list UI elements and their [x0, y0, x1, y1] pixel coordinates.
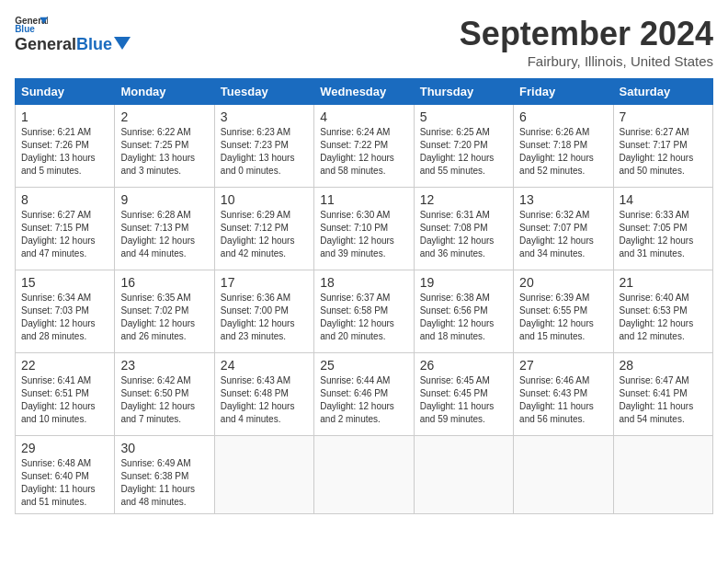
day-info: Sunrise: 6:32 AMSunset: 7:07 PMDaylight:…: [519, 209, 607, 260]
day-number: 17: [221, 275, 308, 290]
svg-marker-3: [114, 37, 131, 50]
calendar-cell: 11Sunrise: 6:30 AMSunset: 7:10 PMDayligh…: [314, 188, 414, 270]
day-number: 6: [519, 109, 607, 124]
day-info: Sunrise: 6:42 AMSunset: 6:50 PMDaylight:…: [120, 374, 208, 426]
calendar-week-4: 22Sunrise: 6:41 AMSunset: 6:51 PMDayligh…: [16, 353, 713, 436]
day-info: Sunrise: 6:37 AMSunset: 6:58 PMDaylight:…: [320, 292, 407, 343]
day-info: Sunrise: 6:38 AMSunset: 6:56 PMDaylight:…: [420, 292, 507, 343]
calendar-cell: 1Sunrise: 6:21 AMSunset: 7:26 PMDaylight…: [16, 105, 115, 188]
calendar-week-2: 8Sunrise: 6:27 AMSunset: 7:15 PMDaylight…: [16, 188, 713, 270]
day-info: Sunrise: 6:23 AMSunset: 7:23 PMDaylight:…: [221, 126, 308, 178]
day-info: Sunrise: 6:27 AMSunset: 7:15 PMDaylight:…: [21, 209, 108, 260]
calendar-cell: 14Sunrise: 6:33 AMSunset: 7:05 PMDayligh…: [613, 188, 712, 270]
calendar-cell: 9Sunrise: 6:28 AMSunset: 7:13 PMDaylight…: [115, 188, 214, 270]
day-number: 18: [320, 275, 407, 290]
day-number: 21: [620, 275, 707, 290]
day-info: Sunrise: 6:39 AMSunset: 6:55 PMDaylight:…: [519, 292, 607, 343]
day-info: Sunrise: 6:43 AMSunset: 6:48 PMDaylight:…: [221, 374, 308, 426]
day-info: Sunrise: 6:48 AMSunset: 6:40 PMDaylight:…: [21, 457, 108, 509]
calendar-table: Sunday Monday Tuesday Wednesday Thursday…: [15, 78, 713, 514]
calendar-cell: 13Sunrise: 6:32 AMSunset: 7:07 PMDayligh…: [514, 188, 613, 270]
col-monday: Monday: [115, 79, 214, 105]
day-info: Sunrise: 6:25 AMSunset: 7:20 PMDaylight:…: [420, 126, 507, 178]
calendar-cell: 30Sunrise: 6:49 AMSunset: 6:38 PMDayligh…: [115, 436, 214, 514]
day-number: 19: [420, 275, 507, 290]
calendar-cell: 29Sunrise: 6:48 AMSunset: 6:40 PMDayligh…: [16, 436, 115, 514]
day-info: Sunrise: 6:21 AMSunset: 7:26 PMDaylight:…: [21, 126, 108, 178]
day-info: Sunrise: 6:28 AMSunset: 7:13 PMDaylight:…: [120, 209, 208, 260]
day-info: Sunrise: 6:33 AMSunset: 7:05 PMDaylight:…: [620, 209, 707, 260]
day-info: Sunrise: 6:40 AMSunset: 6:53 PMDaylight:…: [620, 292, 707, 343]
day-info: Sunrise: 6:24 AMSunset: 7:22 PMDaylight:…: [320, 126, 407, 178]
calendar-cell: 15Sunrise: 6:34 AMSunset: 7:03 PMDayligh…: [16, 270, 115, 353]
day-number: 2: [120, 109, 208, 124]
page-header: General Blue General Blue September 2024…: [15, 15, 713, 69]
day-number: 29: [21, 441, 108, 455]
calendar-cell: 6Sunrise: 6:26 AMSunset: 7:18 PMDaylight…: [514, 105, 613, 188]
calendar-week-5: 29Sunrise: 6:48 AMSunset: 6:40 PMDayligh…: [16, 436, 713, 514]
day-number: 9: [120, 192, 208, 207]
day-info: Sunrise: 6:30 AMSunset: 7:10 PMDaylight:…: [320, 209, 407, 260]
logo-text-blue: Blue: [76, 35, 112, 54]
day-info: Sunrise: 6:46 AMSunset: 6:43 PMDaylight:…: [519, 374, 607, 426]
logo-icon: General Blue: [15, 15, 48, 33]
day-number: 25: [320, 358, 407, 373]
calendar-cell: 21Sunrise: 6:40 AMSunset: 6:53 PMDayligh…: [613, 270, 712, 353]
col-tuesday: Tuesday: [214, 79, 313, 105]
calendar-cell: 26Sunrise: 6:45 AMSunset: 6:45 PMDayligh…: [414, 353, 513, 436]
day-number: 26: [420, 358, 507, 373]
calendar-cell: 10Sunrise: 6:29 AMSunset: 7:12 PMDayligh…: [214, 188, 313, 270]
calendar-cell: 7Sunrise: 6:27 AMSunset: 7:17 PMDaylight…: [613, 105, 712, 188]
calendar-cell: 20Sunrise: 6:39 AMSunset: 6:55 PMDayligh…: [514, 270, 613, 353]
day-number: 20: [519, 275, 607, 290]
day-number: 30: [120, 441, 208, 455]
calendar-cell: 8Sunrise: 6:27 AMSunset: 7:15 PMDaylight…: [16, 188, 115, 270]
title-block: September 2024 Fairbury, Illinois, Unite…: [460, 15, 713, 69]
day-number: 3: [221, 109, 308, 124]
day-number: 22: [21, 358, 108, 373]
calendar-cell: [214, 436, 313, 514]
logo: General Blue General Blue: [15, 15, 131, 54]
day-info: Sunrise: 6:26 AMSunset: 7:18 PMDaylight:…: [519, 126, 607, 178]
calendar-cell: 28Sunrise: 6:47 AMSunset: 6:41 PMDayligh…: [613, 353, 712, 436]
calendar-week-3: 15Sunrise: 6:34 AMSunset: 7:03 PMDayligh…: [16, 270, 713, 353]
day-number: 8: [21, 192, 108, 207]
calendar-cell: 12Sunrise: 6:31 AMSunset: 7:08 PMDayligh…: [414, 188, 513, 270]
calendar-cell: 3Sunrise: 6:23 AMSunset: 7:23 PMDaylight…: [214, 105, 313, 188]
day-info: Sunrise: 6:35 AMSunset: 7:02 PMDaylight:…: [120, 292, 208, 343]
day-number: 7: [620, 109, 707, 124]
calendar-cell: 2Sunrise: 6:22 AMSunset: 7:25 PMDaylight…: [115, 105, 214, 188]
day-number: 1: [21, 109, 108, 124]
location: Fairbury, Illinois, United States: [460, 53, 713, 69]
calendar-cell: 18Sunrise: 6:37 AMSunset: 6:58 PMDayligh…: [314, 270, 414, 353]
day-number: 13: [519, 192, 607, 207]
month-title: September 2024: [460, 15, 713, 53]
calendar-cell: 5Sunrise: 6:25 AMSunset: 7:20 PMDaylight…: [414, 105, 513, 188]
day-number: 5: [420, 109, 507, 124]
col-friday: Friday: [514, 79, 613, 105]
col-sunday: Sunday: [16, 79, 115, 105]
day-info: Sunrise: 6:45 AMSunset: 6:45 PMDaylight:…: [420, 374, 507, 426]
col-thursday: Thursday: [414, 79, 513, 105]
calendar-cell: 24Sunrise: 6:43 AMSunset: 6:48 PMDayligh…: [214, 353, 313, 436]
calendar-cell: 17Sunrise: 6:36 AMSunset: 7:00 PMDayligh…: [214, 270, 313, 353]
col-wednesday: Wednesday: [314, 79, 414, 105]
day-info: Sunrise: 6:44 AMSunset: 6:46 PMDaylight:…: [320, 374, 407, 426]
logo-text-general: General: [15, 35, 76, 54]
day-info: Sunrise: 6:49 AMSunset: 6:38 PMDaylight:…: [120, 457, 208, 509]
day-info: Sunrise: 6:41 AMSunset: 6:51 PMDaylight:…: [21, 374, 108, 426]
day-info: Sunrise: 6:22 AMSunset: 7:25 PMDaylight:…: [120, 126, 208, 178]
day-number: 24: [221, 358, 308, 373]
calendar-cell: 27Sunrise: 6:46 AMSunset: 6:43 PMDayligh…: [514, 353, 613, 436]
day-number: 4: [320, 109, 407, 124]
calendar-cell: [414, 436, 513, 514]
day-number: 12: [420, 192, 507, 207]
day-info: Sunrise: 6:31 AMSunset: 7:08 PMDaylight:…: [420, 209, 507, 260]
day-number: 27: [519, 358, 607, 373]
day-info: Sunrise: 6:27 AMSunset: 7:17 PMDaylight:…: [620, 126, 707, 178]
calendar-cell: [514, 436, 613, 514]
day-number: 15: [21, 275, 108, 290]
calendar-cell: 19Sunrise: 6:38 AMSunset: 6:56 PMDayligh…: [414, 270, 513, 353]
day-number: 14: [620, 192, 707, 207]
logo-arrow-icon: [114, 37, 131, 50]
